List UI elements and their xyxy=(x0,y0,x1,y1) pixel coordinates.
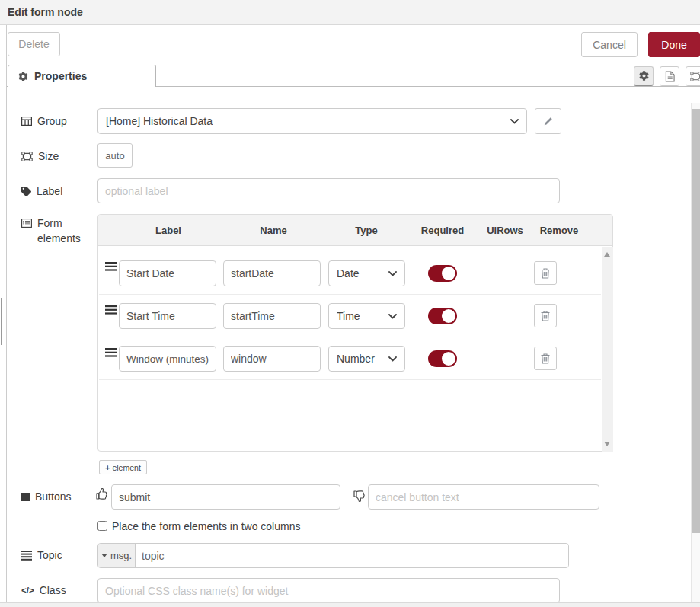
thumbs-up-icon xyxy=(96,488,108,500)
appearance-icon xyxy=(690,72,700,81)
trash-icon xyxy=(540,353,551,365)
row-label-input[interactable] xyxy=(119,303,216,329)
trash-icon xyxy=(540,267,551,280)
caret-down-icon xyxy=(101,554,107,557)
col-header-label: Label xyxy=(155,225,181,236)
properties-icon-button[interactable] xyxy=(634,66,654,86)
scroll-down-icon[interactable] xyxy=(604,442,610,446)
col-header-required: Required xyxy=(421,225,464,236)
form-elements-table-header: Label Name Type Required UiRows Remove xyxy=(98,215,612,246)
table-icon xyxy=(21,117,32,126)
required-toggle[interactable] xyxy=(428,308,457,324)
row-label-input[interactable] xyxy=(119,346,216,372)
appearance-icon-button[interactable] xyxy=(686,66,700,86)
topic-type-select[interactable]: msg. xyxy=(98,544,136,567)
two-columns-checkbox[interactable] xyxy=(97,521,107,531)
list-alt-icon xyxy=(21,219,32,228)
plus-icon: + xyxy=(105,463,110,472)
table-scrollbar[interactable] xyxy=(602,247,613,452)
cancel-button[interactable]: Cancel xyxy=(581,32,638,57)
tab-properties-label: Properties xyxy=(34,70,87,82)
object-group-icon xyxy=(21,152,33,161)
row-type-select[interactable]: Number xyxy=(328,346,405,372)
pencil-icon xyxy=(543,116,554,126)
buttons-field-label: Buttons xyxy=(21,490,71,503)
form-elements-field-label: Form elements xyxy=(21,216,85,246)
size-field-label: Size xyxy=(21,150,59,162)
edit-group-button[interactable] xyxy=(535,108,561,134)
chevron-down-icon xyxy=(388,356,397,362)
form-elements-table: Label Name Type Required UiRows Remove D… xyxy=(97,214,613,452)
code-icon: </> xyxy=(21,586,34,595)
done-button[interactable]: Done xyxy=(648,32,700,57)
row-name-input[interactable] xyxy=(223,303,321,329)
chevron-down-icon xyxy=(510,119,519,124)
cancel-button-text-input[interactable] xyxy=(368,484,599,510)
remove-row-button[interactable] xyxy=(534,261,557,285)
edit-form-node-dialog: Edit form node Delete Cancel Done Proper… xyxy=(0,0,700,607)
required-toggle[interactable] xyxy=(428,350,457,367)
topic-type-label: msg. xyxy=(110,550,132,561)
delete-button[interactable]: Delete xyxy=(8,32,60,56)
chevron-down-icon xyxy=(388,271,397,276)
page-scrollbar-thumb[interactable] xyxy=(692,109,700,533)
remove-row-button[interactable] xyxy=(534,304,557,327)
row-name-input[interactable] xyxy=(223,260,321,286)
row-type-select[interactable]: Time xyxy=(328,303,405,329)
topic-value-input[interactable] xyxy=(136,544,568,567)
group-select-value: [Home] Historical Data xyxy=(106,115,510,127)
label-field-label: Label xyxy=(21,185,62,197)
add-element-button[interactable]: + element xyxy=(99,460,147,474)
two-columns-label[interactable]: Place the form elements in two columns xyxy=(112,520,300,532)
required-toggle[interactable] xyxy=(428,265,457,282)
square-icon xyxy=(21,493,30,501)
tag-icon xyxy=(21,187,31,196)
group-select[interactable]: [Home] Historical Data xyxy=(97,108,527,134)
doc-icon xyxy=(665,71,675,82)
class-field-label: </> Class xyxy=(21,584,66,596)
tray-footer xyxy=(0,602,700,607)
drag-handle-icon[interactable] xyxy=(105,348,117,357)
gear-icon xyxy=(639,71,649,81)
group-field-label: Group xyxy=(21,115,67,127)
dialog-title: Edit form node xyxy=(8,6,83,18)
class-input[interactable] xyxy=(97,578,560,603)
description-icon-button[interactable] xyxy=(660,66,679,86)
thumbs-down-icon xyxy=(353,490,366,502)
gear-icon xyxy=(18,72,28,81)
drag-handle-icon[interactable] xyxy=(105,305,117,315)
drag-handle-icon[interactable] xyxy=(105,262,117,271)
submit-button-text-input[interactable] xyxy=(111,484,340,510)
tab-properties[interactable]: Properties xyxy=(8,65,156,87)
list-bars-icon xyxy=(21,551,32,561)
trash-icon xyxy=(540,310,551,322)
chevron-down-icon xyxy=(388,314,397,319)
row-type-select[interactable]: Date xyxy=(328,260,405,286)
row-name-input[interactable] xyxy=(223,346,321,372)
remove-row-button[interactable] xyxy=(534,347,557,370)
scroll-up-icon[interactable] xyxy=(604,252,610,257)
row-label-input[interactable] xyxy=(119,260,216,286)
tray-resize-grip[interactable] xyxy=(1,298,2,345)
topic-typed-input: msg. xyxy=(97,543,569,568)
col-header-remove: Remove xyxy=(540,225,579,236)
col-header-name: Name xyxy=(260,225,286,236)
size-button[interactable]: auto xyxy=(97,143,133,168)
col-header-uirows: UiRows xyxy=(487,225,523,236)
dialog-header: Edit form node xyxy=(0,0,700,25)
col-header-type: Type xyxy=(355,225,377,236)
topic-field-label: Topic xyxy=(21,549,62,561)
label-input[interactable] xyxy=(97,178,560,203)
